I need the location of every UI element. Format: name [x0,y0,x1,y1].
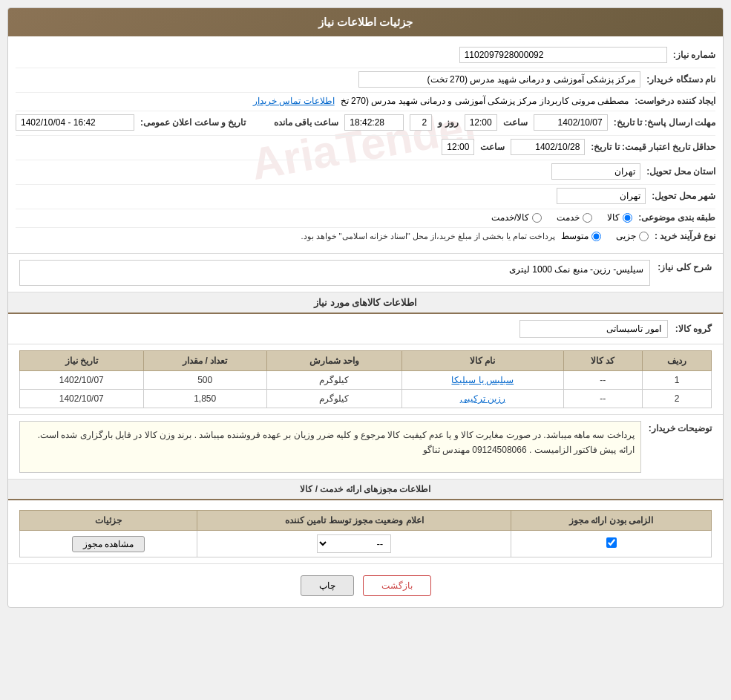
time-label2: ساعت [480,142,505,152]
province-label: استان محل تحویل: [646,166,715,177]
deadline-reply-time: 12:00 [465,114,497,131]
table-row: 1 -- سیلیس یا سیلیکا کیلوگرم 500 1402/10… [20,371,712,390]
buyer-notes-section: توضیحات خریدار: پرداخت سه ماهه میباشد. د… [8,415,723,480]
category-option-goods[interactable]: کالا [607,212,632,223]
category-radio-goods[interactable] [623,213,632,223]
product-group-value: امور تاسیساتی [519,320,668,338]
cell-name[interactable]: رزین ترکیبی [402,390,563,408]
cell-unit: کیلوگرم [266,390,401,408]
page-title: جزئیات اطلاعات نیاز [318,16,413,28]
category-radio-service[interactable] [583,213,592,223]
product-group-section: گروه کالا: امور تاسیساتی [8,314,723,344]
need-number-value: 1102097928000092 [459,47,667,63]
process-radio-small[interactable] [639,232,649,241]
cell-row: 1 [643,371,712,390]
city-value: تهران [557,188,646,204]
summary-value: سیلیس- رزین- منبع نمک 1000 لیتری [19,260,650,286]
goods-section-title: اطلاعات کالاهای مورد نیاز [8,292,723,314]
buyer-notes-value: پرداخت سه ماهه میباشد. در صورت مغایرت کا… [19,421,641,473]
back-button[interactable]: بازگشت [363,575,431,596]
deadline-reply-date: 1402/10/07 [534,114,608,131]
category-radio-both[interactable] [532,213,542,223]
process-note: پرداخت تمام یا بخشی از مبلغ خرید،از محل … [301,232,555,241]
table-row: -- مشاهده مجوز [20,531,712,557]
deadline-price-time: 12:00 [442,139,474,155]
permits-table: الزامی بودن ارائه مجوز اعلام وضعیت مجوز … [19,510,712,557]
deadline-reply-remaining: 18:42:28 [344,114,404,131]
permits-required-cell [511,531,712,557]
print-button[interactable]: چاپ [301,575,354,596]
permits-status-cell: -- [197,531,511,557]
permits-section: الزامی بودن ارائه مجوز اعلام وضعیت مجوز … [8,500,723,564]
city-label: شهر محل تحویل: [652,191,715,201]
cell-code: -- [563,390,643,408]
products-table: ردیف کد کالا نام کالا واحد شمارش تعداد /… [19,350,712,408]
creator-value: مصطفی مروتی کاربرداز مرکز پزشکی آموزشی و… [341,96,629,106]
process-small-label: جزیی [616,231,636,241]
cell-code: -- [563,371,643,390]
cell-date: 1402/10/07 [20,371,144,390]
contact-link[interactable]: اطلاعات تماس خریدار [253,96,335,106]
cell-unit: کیلوگرم [266,371,401,390]
page-header: جزئیات اطلاعات نیاز [8,8,723,36]
process-option-small[interactable]: جزیی [616,231,649,241]
deadline-reply-days: 2 [410,114,432,131]
col-header-code: کد کالا [563,351,643,371]
button-row: بازگشت چاپ [8,564,723,607]
summary-section: شرح کلی نیاز: سیلیس- رزین- منبع نمک 1000… [8,254,723,292]
cell-row: 2 [643,390,712,408]
remaining-label: ساعت باقی مانده [274,117,339,128]
deadline-price-label: حداقل تاریخ اعتبار قیمت: تا تاریخ: [591,142,715,152]
buyer-notes-label: توضیحات خریدار: [649,421,712,434]
page-container: جزئیات اطلاعات نیاز AriaTender شماره نیا… [0,0,731,615]
permits-required-checkbox[interactable] [606,537,617,548]
category-radio-group: کالا خدمت کالا/خدمت [491,212,632,223]
time-label: ساعت [503,117,528,128]
buyer-org-value: مرکز پزشکی آموزشی و درمانی شهید مدرس (27… [358,71,640,88]
days-label: روز و [438,117,458,128]
category-label: طبقه بندی موضوعی: [638,212,715,223]
summary-label: شرح کلی نیاز: [658,260,712,272]
permits-details-cell[interactable]: مشاهده مجوز [20,531,197,557]
process-radio-medium[interactable] [591,232,601,241]
permits-col-status: اعلام وضعیت مجوز توسط تامین کننده [197,511,511,531]
cell-name[interactable]: سیلیس یا سیلیکا [402,371,563,390]
process-option-medium[interactable]: متوسط [561,231,601,241]
process-label: نوع فرآیند خرید : [655,231,715,241]
cell-qty: 1,850 [143,390,266,408]
products-table-section: ردیف کد کالا نام کالا واحد شمارش تعداد /… [8,344,723,415]
announce-date-label: تاریخ و ساعت اعلان عمومی: [140,117,246,128]
view-permit-button[interactable]: مشاهده مجوز [72,536,145,552]
category-option-both[interactable]: کالا/خدمت [491,212,542,223]
info-section: AriaTender شماره نیاز: 1102097928000092 … [8,36,723,254]
col-header-unit: واحد شمارش [266,351,401,371]
permits-section-title: اطلاعات مجوزهای ارائه خدمت / کالا [8,480,723,500]
deadline-reply-label: مهلت ارسال پاسخ: تا تاریخ: [614,117,715,128]
buyer-org-label: نام دستگاه خریدار: [646,74,715,85]
category-service-label: خدمت [557,212,580,223]
table-row: 2 -- رزین ترکیبی کیلوگرم 1,850 1402/10/0… [20,390,712,408]
category-both-label: کالا/خدمت [491,212,529,223]
process-radio-group: جزیی متوسط [561,231,649,241]
col-header-date: تاریخ نیاز [20,351,144,371]
col-header-qty: تعداد / مقدار [143,351,266,371]
process-medium-label: متوسط [561,231,589,241]
permits-col-required: الزامی بودن ارائه مجوز [511,511,712,531]
deadline-price-date: 1402/10/28 [511,139,585,155]
permits-col-details: جزئیات [20,511,197,531]
cell-date: 1402/10/07 [20,390,144,408]
province-value: تهران [551,163,640,180]
need-number-label: شماره نیاز: [673,50,715,60]
cell-qty: 500 [143,371,266,390]
announce-date-value: 1402/10/04 - 16:42 [16,114,134,131]
permits-status-select[interactable]: -- [317,534,391,553]
col-header-row: ردیف [643,351,712,371]
main-card: جزئیات اطلاعات نیاز AriaTender شماره نیا… [7,7,724,608]
category-goods-label: کالا [607,212,620,223]
product-group-label: گروه کالا: [675,324,712,334]
col-header-name: نام کالا [402,351,563,371]
category-option-service[interactable]: خدمت [557,212,592,223]
creator-label: ایجاد کننده درخواست: [635,96,715,106]
